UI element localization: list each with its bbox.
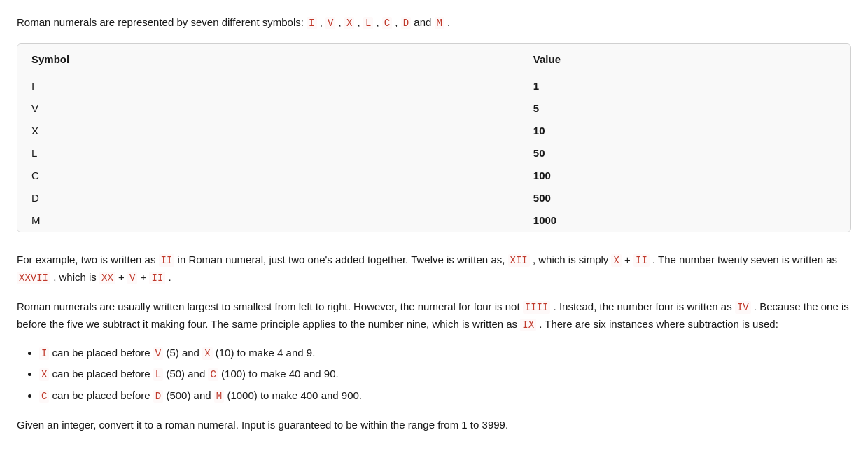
paragraph-1: For example, two is written as II in Rom… bbox=[17, 251, 851, 286]
p1-code-X: X bbox=[611, 254, 621, 267]
bullet-list: I can be placed before V (5) and X (10) … bbox=[39, 345, 851, 404]
period1: . bbox=[444, 16, 450, 28]
p2-text-end: . There are six instances where subtract… bbox=[536, 318, 778, 330]
bullet2-text1: can be placed before bbox=[49, 368, 153, 380]
bullet3-code1: C bbox=[39, 390, 49, 403]
table-header-value: Value bbox=[519, 44, 850, 75]
bullet3-text1: can be placed before bbox=[49, 389, 153, 401]
comma1: , bbox=[317, 16, 326, 28]
comma3: , bbox=[354, 16, 363, 28]
bullet1-text2: (5) and bbox=[163, 347, 202, 359]
p1-code-II-2: II bbox=[634, 254, 650, 267]
bullet3-code2: D bbox=[153, 390, 163, 403]
table-cell-value: 1000 bbox=[519, 209, 850, 232]
table-cell-value: 500 bbox=[519, 187, 850, 209]
table-cell-symbol: C bbox=[18, 165, 519, 187]
table-header-symbol: Symbol bbox=[18, 44, 519, 75]
bullet1-code3: X bbox=[202, 347, 212, 360]
table-cell-value: 10 bbox=[519, 120, 850, 142]
bullet3-text2: (500) and bbox=[163, 389, 214, 401]
p2-code-IIII: IIII bbox=[523, 301, 551, 314]
p2-code-IX: IX bbox=[520, 319, 536, 331]
table-row: D500 bbox=[18, 187, 850, 209]
paragraph-2: Roman numerals are usually written large… bbox=[17, 298, 851, 333]
table-cell-value: 100 bbox=[519, 165, 850, 187]
symbols-table: Symbol Value I1V5X10L50C100D500M1000 bbox=[18, 44, 850, 232]
p2-text-2: . Instead, the number four is written as bbox=[550, 300, 734, 312]
table-cell-value: 5 bbox=[519, 97, 850, 120]
symbol-X: X bbox=[344, 17, 354, 29]
table-row: C100 bbox=[18, 165, 850, 187]
table-row: M1000 bbox=[18, 209, 850, 232]
table-row: V5 bbox=[18, 97, 850, 120]
symbol-V: V bbox=[326, 17, 335, 29]
table-row: X10 bbox=[18, 120, 850, 142]
table-cell-value: 1 bbox=[519, 75, 850, 97]
p1-code-V: V bbox=[127, 272, 137, 284]
p1-code-XII: XII bbox=[508, 254, 530, 267]
bullet1-code2: V bbox=[153, 347, 163, 360]
p1-code-II-3: II bbox=[149, 272, 165, 284]
list-item: X can be placed before L (50) and C (100… bbox=[39, 366, 851, 382]
p1-text-2: in Roman numeral, just two one's added t… bbox=[174, 254, 507, 265]
p1-code-XX: XX bbox=[99, 272, 115, 284]
symbol-C: C bbox=[382, 17, 392, 29]
comma4: , bbox=[373, 16, 382, 28]
p1-text-5: , which is bbox=[50, 271, 99, 283]
bullet2-code3: C bbox=[208, 368, 218, 381]
comma5: , bbox=[392, 16, 401, 28]
bullet3-text3: (1000) to make 400 and 900. bbox=[224, 389, 362, 401]
symbol-D: D bbox=[401, 17, 411, 29]
list-item: C can be placed before D (500) and M (10… bbox=[39, 387, 851, 404]
symbol-L: L bbox=[363, 17, 373, 29]
table-header-row: Symbol Value bbox=[18, 44, 850, 75]
table-row: I1 bbox=[18, 75, 850, 97]
table-cell-symbol: V bbox=[18, 97, 519, 120]
p1-code-II: II bbox=[159, 254, 175, 267]
intro-text-before: Roman numerals are represented by seven … bbox=[17, 16, 307, 28]
comma2: , bbox=[335, 16, 344, 28]
p1-plus-2: + bbox=[115, 271, 127, 283]
bullet3-code3: M bbox=[214, 390, 224, 403]
bullet1-text3: (10) to make 4 and 9. bbox=[213, 347, 316, 359]
p3-text: Given an integer, convert it to a roman … bbox=[17, 419, 508, 431]
symbol-M: M bbox=[435, 17, 444, 29]
table-cell-value: 50 bbox=[519, 142, 850, 165]
symbol-I: I bbox=[307, 17, 316, 29]
p1-code-XXVII: XXVII bbox=[17, 272, 50, 284]
table-cell-symbol: X bbox=[18, 120, 519, 142]
table-cell-symbol: I bbox=[18, 75, 519, 97]
table-row: L50 bbox=[18, 142, 850, 165]
p2-text-1: Roman numerals are usually written large… bbox=[17, 300, 523, 312]
table-cell-symbol: L bbox=[18, 142, 519, 165]
p1-plus-1: + bbox=[622, 254, 634, 265]
and-text: and bbox=[411, 16, 434, 28]
p1-text-end: . bbox=[165, 271, 171, 283]
bullet2-text2: (50) and bbox=[163, 368, 208, 380]
paragraph-3: Given an integer, convert it to a roman … bbox=[17, 417, 851, 434]
p1-text-3: , which is simply bbox=[530, 254, 612, 265]
bullet2-text3: (100) to make 40 and 90. bbox=[218, 368, 339, 380]
bullet2-code2: L bbox=[153, 368, 163, 381]
bullet1-code1: I bbox=[39, 347, 49, 360]
p2-code-IV: IV bbox=[735, 301, 751, 314]
list-item: I can be placed before V (5) and X (10) … bbox=[39, 345, 851, 361]
p1-text-1: For example, two is written as bbox=[17, 254, 159, 265]
table-cell-symbol: M bbox=[18, 209, 519, 232]
intro-paragraph: Roman numerals are represented by seven … bbox=[17, 14, 851, 31]
bullet1-text1: can be placed before bbox=[49, 347, 153, 359]
table-cell-symbol: D bbox=[18, 187, 519, 209]
p1-plus-3: + bbox=[137, 271, 149, 283]
symbols-table-container: Symbol Value I1V5X10L50C100D500M1000 bbox=[17, 43, 851, 232]
p1-text-4: . The number twenty seven is written as bbox=[650, 254, 837, 265]
bullet2-code1: X bbox=[39, 368, 49, 381]
